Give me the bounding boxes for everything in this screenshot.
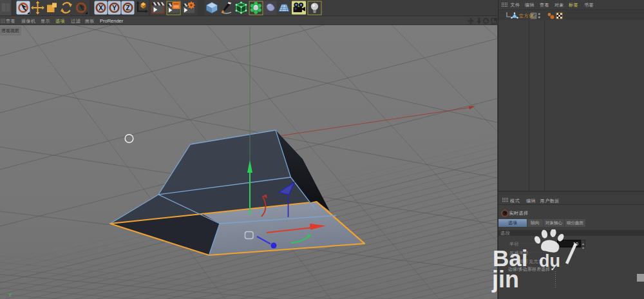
svg-text:X: X xyxy=(99,5,103,12)
svg-text:Y: Y xyxy=(8,292,12,298)
svg-text:Z: Z xyxy=(126,5,129,12)
svg-text:Y: Y xyxy=(112,5,117,12)
